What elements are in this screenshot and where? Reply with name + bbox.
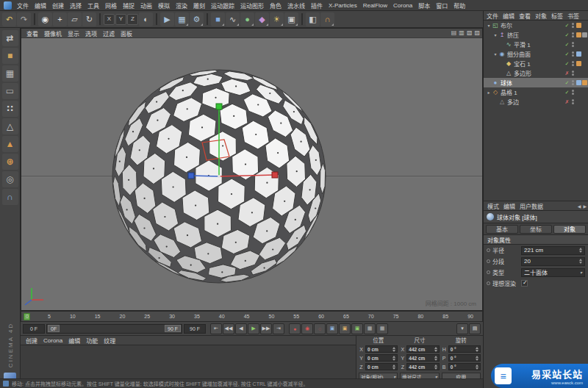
coordinate-field[interactable]: 0 cm [365, 363, 398, 370]
tree-item[interactable]: △ 多边形 ✗ [484, 68, 588, 78]
material-menu-item[interactable]: Corona [40, 337, 65, 344]
viewport-menu-item[interactable]: 显示 [65, 29, 82, 37]
material-menu-item[interactable]: 功能 [83, 337, 101, 345]
polygons-mode-icon[interactable]: ▲ [2, 136, 18, 152]
menubar-item[interactable]: 雕刻 [190, 1, 208, 10]
powerslider-icon[interactable]: ▤ [469, 323, 481, 334]
visibility-dots-icon[interactable] [572, 51, 574, 57]
scale-icon[interactable]: ▱ [68, 12, 82, 26]
viewport-menu-item[interactable]: 摄像机 [41, 29, 65, 37]
redo-icon[interactable]: ↷ [17, 12, 31, 26]
tag-icon[interactable] [576, 80, 581, 85]
c4d-logo-icon[interactable] [4, 1, 12, 10]
attribute-tab[interactable]: 坐标 [520, 225, 552, 234]
value-stepper[interactable]: 221 cm [521, 246, 585, 255]
object-icon[interactable]: △ [498, 98, 506, 105]
rotate-icon[interactable]: ↻ [82, 12, 96, 26]
menubar-item[interactable]: 创建 [49, 1, 67, 10]
coordinate-field[interactable]: 0 ° [448, 354, 481, 362]
stepper-arrows-icon[interactable] [434, 364, 437, 370]
convert-object-icon[interactable]: ⇄ [2, 30, 18, 46]
spline-pen-icon[interactable]: ∿ [226, 12, 240, 26]
prev-key-button[interactable]: ◀◀ [223, 323, 234, 334]
camera-icon[interactable]: ▣ [284, 12, 298, 26]
enabled-check-icon[interactable]: ✓ [564, 61, 570, 67]
record-scale-button[interactable]: ▣ [339, 323, 351, 334]
stepper-arrows-icon[interactable] [579, 259, 582, 264]
object-icon[interactable]: ● [492, 79, 499, 86]
tag-icon[interactable] [576, 42, 581, 47]
menubar-item[interactable]: 脚本 [415, 1, 433, 10]
coord-system-icon[interactable]: ◐ [139, 12, 153, 26]
goto-end-button[interactable]: ⇥ [273, 323, 284, 334]
enabled-check-icon[interactable]: ✓ [564, 51, 570, 57]
tag-icon[interactable] [576, 32, 581, 37]
menubar-item[interactable]: 网格 [102, 1, 120, 10]
object-manager-menu-item[interactable]: 查看 [517, 12, 533, 20]
model-mode-icon[interactable]: ■ [2, 48, 18, 64]
record-keyframe-button[interactable]: ● [289, 323, 301, 334]
keyframe-dot-icon[interactable] [487, 259, 490, 263]
enabled-check-icon[interactable]: ✓ [564, 32, 570, 38]
tag-icon[interactable] [582, 51, 587, 57]
snap-icon[interactable]: ∩ [320, 12, 334, 26]
viewport-menu-item[interactable]: 面板 [118, 29, 135, 37]
tag-icon[interactable] [582, 23, 587, 28]
tag-icon[interactable] [582, 42, 587, 47]
visibility-dots-icon[interactable] [572, 61, 574, 66]
value-stepper[interactable]: 20 [521, 257, 585, 266]
cube-primitive-icon[interactable]: ■ [211, 12, 225, 26]
enabled-check-icon[interactable]: ✓ [564, 80, 570, 86]
object-icon[interactable]: ◱ [492, 22, 499, 29]
attribute-tab[interactable]: 对象 [553, 225, 586, 234]
viewport-menu-item[interactable]: 过滤 [100, 29, 118, 37]
object-manager-menu-item[interactable]: 编辑 [501, 12, 517, 20]
frame-range-slider[interactable]: 0F 90 F [46, 324, 182, 334]
enabled-check-icon[interactable]: ✓ [564, 23, 570, 29]
attribute-menu-item[interactable]: 编辑 [501, 202, 517, 210]
coordinate-field[interactable]: 0 cm [365, 345, 398, 353]
object-icon[interactable]: ∿ [505, 41, 512, 48]
tag-icon[interactable] [576, 61, 581, 66]
record-rotation-button[interactable]: ▣ [351, 323, 363, 334]
tag-icon[interactable] [582, 32, 587, 37]
visibility-dots-icon[interactable] [572, 99, 574, 104]
viewport-canvas[interactable] [21, 38, 482, 310]
tree-item[interactable]: △ 多边 ✗ [484, 97, 588, 107]
snap-toggle-icon[interactable]: ∩ [2, 189, 18, 205]
timeline-ruler[interactable]: 051015202530354045505560657075808590 [21, 311, 483, 322]
attribute-menu-item[interactable]: 用户数据 [517, 202, 545, 210]
visibility-dots-icon[interactable] [572, 32, 574, 37]
tag-icon[interactable] [576, 51, 581, 57]
keyframe-dot-icon[interactable] [487, 270, 490, 274]
object-icon[interactable]: ◆ [505, 60, 512, 67]
menubar-item[interactable]: 渲染 [173, 1, 190, 10]
menubar-item[interactable]: RealFlow [360, 2, 390, 9]
move-icon[interactable]: + [53, 12, 67, 26]
enabled-check-icon[interactable]: ✗ [564, 71, 570, 76]
coordinate-field[interactable]: 0 ° [448, 363, 481, 370]
tag-icon[interactable] [582, 90, 587, 95]
tree-item[interactable]: ▾ ◉ 细分曲面 ✓ [484, 49, 588, 59]
material-menu-item[interactable]: 编辑 [65, 337, 83, 345]
attribute-tab[interactable]: 基本 [486, 225, 518, 234]
undo-icon[interactable]: ↶ [2, 12, 16, 26]
tag-icon[interactable] [576, 71, 581, 76]
tag-icon[interactable] [576, 90, 581, 95]
z-axis-button[interactable]: Z [127, 14, 138, 25]
menubar-item[interactable]: 运动图形 [237, 1, 267, 10]
viewport-pan-icon[interactable]: ▤ [451, 30, 457, 36]
visibility-dots-icon[interactable] [572, 23, 574, 28]
coordinate-field[interactable]: 442 cm [406, 363, 439, 370]
range-start-handle[interactable]: 0F [48, 325, 60, 332]
object-manager-menu-item[interactable]: 标签 [549, 12, 565, 20]
tag-icon[interactable] [576, 99, 581, 104]
toolbar-separator[interactable] [207, 13, 208, 25]
viewport-menu-item[interactable]: 选项 [82, 29, 100, 37]
expand-arrow-icon[interactable]: ▾ [492, 32, 498, 37]
toolbar-separator[interactable] [156, 13, 157, 25]
next-frame-button[interactable]: ▶▶ [260, 323, 272, 334]
menubar-item[interactable]: 角色 [267, 1, 284, 10]
history-forward-icon[interactable]: ▶ [583, 204, 587, 209]
material-menu-item[interactable]: 纹理 [101, 337, 118, 345]
